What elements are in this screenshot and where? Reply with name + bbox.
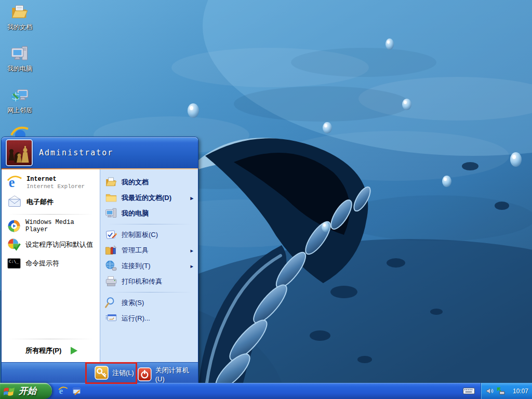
my-computer-icon	[10, 45, 29, 63]
menu-item-label: 管理工具	[122, 246, 149, 255]
start-menu-header: Administrator	[2, 137, 198, 168]
menu-item-program-access[interactable]: 设定程序访问和默认值	[3, 235, 99, 254]
internet-explorer-icon[interactable]: e	[58, 386, 68, 396]
shut-down-button[interactable]: 关闭计算机(U)	[138, 366, 198, 383]
all-programs-button[interactable]: 所有程序(P)	[3, 341, 99, 362]
separator	[107, 292, 192, 292]
start-button[interactable]: 开始	[0, 383, 52, 399]
menu-item-label: 控制面板(C)	[122, 230, 158, 240]
start-menu: Administrator e Internet Internet Explor…	[1, 137, 198, 383]
menu-item-label: Windows Media Player	[25, 219, 97, 233]
start-menu-footer: 注销(L) 关闭计算机(U)	[2, 362, 198, 383]
keyboard-input-icon[interactable]	[463, 387, 475, 395]
safely-remove-hardware-icon[interactable]	[496, 387, 505, 395]
separator	[107, 224, 192, 224]
menu-item-internet[interactable]: e Internet Internet Explorer	[3, 172, 99, 192]
all-programs-label: 所有程序(P)	[25, 346, 61, 355]
svg-text:C:\_: C:\_	[9, 259, 19, 264]
menu-item-title: 电子邮件	[26, 197, 54, 207]
menu-item-label: 我的文档	[122, 178, 149, 187]
internet-explorer-icon[interactable]	[9, 124, 31, 137]
desktop: 我的文档 我的电脑 网上邻居	[0, 0, 532, 399]
email-icon	[7, 194, 22, 210]
menu-item-title: Internet	[26, 176, 85, 183]
desktop-icon-label: 我的电脑	[0, 64, 39, 73]
start-menu-pinned-column: e Internet Internet Explorer	[2, 169, 100, 362]
desktop-icon-my-computer[interactable]: 我的电脑	[0, 45, 39, 73]
desktop-icon-network-places[interactable]: 网上邻居	[0, 86, 39, 115]
desktop-icon-my-documents[interactable]: 我的文档	[0, 3, 39, 32]
taskbar: 开始 e	[0, 383, 532, 399]
power-shutdown-icon	[138, 367, 152, 381]
menu-item-subtitle: Internet Explorer	[26, 183, 85, 190]
command-prompt-icon: C:\_	[7, 256, 21, 271]
submenu-arrow-icon: ▸	[190, 247, 195, 254]
my-computer-icon	[105, 207, 117, 220]
menu-item-control-panel[interactable]: 控制面板(C)	[103, 227, 196, 243]
shut-down-label: 关闭计算机(U)	[155, 366, 198, 383]
search-icon	[105, 297, 117, 309]
my-documents-icon	[105, 176, 117, 189]
connect-to-icon	[105, 260, 117, 272]
menu-item-command-prompt[interactable]: C:\_ 命令提示符	[3, 254, 99, 273]
desktop-icon-label: 我的文档	[0, 23, 39, 32]
my-documents-icon	[10, 3, 29, 22]
menu-item-run[interactable]: 运行(R)...	[103, 311, 196, 326]
menu-item-media-player[interactable]: Windows Media Player	[3, 217, 99, 235]
printers-faxes-icon	[105, 275, 117, 288]
chess-avatar	[7, 140, 32, 165]
menu-item-label: 设定程序访问和默认值	[25, 240, 93, 249]
menu-item-label: 命令提示符	[25, 259, 59, 268]
program-access-icon	[7, 237, 21, 252]
admin-tools-icon	[105, 244, 117, 257]
menu-item-search[interactable]: 搜索(S)	[103, 295, 196, 311]
run-icon	[105, 312, 117, 325]
menu-item-my-documents[interactable]: 我的文档	[103, 175, 196, 190]
menu-item-connect-to[interactable]: 连接到(T) ▸	[103, 258, 196, 274]
submenu-arrow-icon: ▸	[190, 195, 195, 202]
taskbar-clock[interactable]: 10:07	[513, 388, 532, 395]
menu-item-label: 我的电脑	[122, 209, 149, 218]
menu-item-label: 连接到(T)	[122, 261, 151, 271]
menu-item-my-computer[interactable]: 我的电脑	[103, 206, 196, 221]
log-off-label: 注销(L)	[112, 368, 134, 378]
desktop-icon-label: 网上邻居	[0, 106, 39, 115]
log-off-button[interactable]: 注销(L)	[95, 366, 134, 380]
separator	[8, 339, 94, 339]
internet-explorer-icon: e	[7, 175, 22, 190]
menu-item-label: 我最近的文档(D)	[122, 193, 171, 203]
user-name: Administrator	[39, 148, 113, 157]
recent-documents-icon	[105, 192, 117, 204]
menu-item-admin-tools[interactable]: 管理工具 ▸	[103, 243, 196, 258]
media-player-icon	[7, 219, 21, 233]
volume-icon[interactable]	[486, 387, 494, 395]
menu-item-email[interactable]: 电子邮件	[3, 192, 99, 212]
green-arrow-icon	[68, 344, 80, 357]
windows-flag-icon	[4, 386, 15, 396]
network-places-icon	[10, 86, 29, 105]
menu-item-recent-documents[interactable]: 我最近的文档(D) ▸	[103, 190, 196, 206]
key-logoff-icon	[95, 366, 109, 380]
quick-launch-bar: e	[58, 383, 82, 399]
menu-item-printers-faxes[interactable]: 打印机和传真	[103, 274, 196, 289]
start-button-label: 开始	[19, 385, 36, 397]
system-tray: 10:07	[481, 383, 532, 399]
separator	[8, 214, 94, 215]
control-panel-icon	[105, 229, 117, 241]
menu-item-label: 搜索(S)	[122, 298, 144, 308]
show-desktop-icon[interactable]	[72, 387, 82, 396]
user-avatar	[6, 139, 33, 166]
start-menu-places-column: 我的文档 我最近的文档(D) ▸	[100, 169, 198, 362]
empty-space	[3, 273, 99, 337]
menu-item-label: 运行(R)...	[122, 314, 150, 323]
submenu-arrow-icon: ▸	[190, 263, 195, 270]
menu-item-label: 打印机和传真	[122, 277, 162, 286]
